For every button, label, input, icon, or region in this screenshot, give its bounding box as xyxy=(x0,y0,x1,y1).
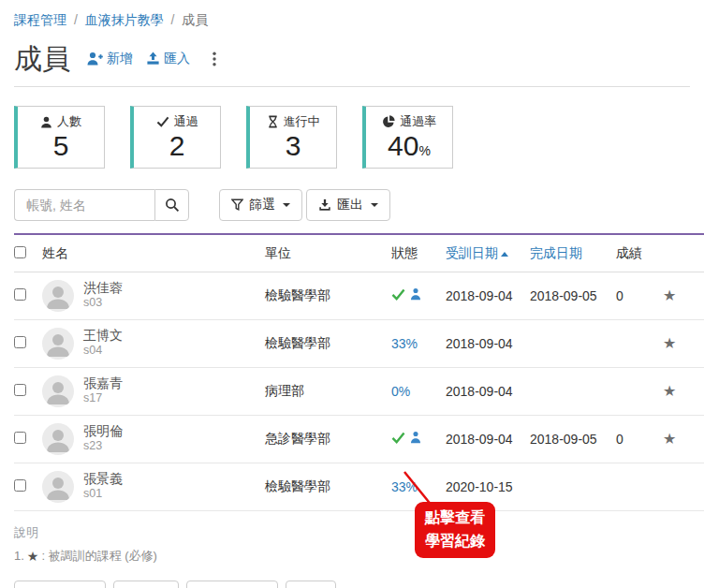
title-divider xyxy=(14,86,690,87)
stats-cards: 人數 5 通過 2 xyxy=(14,106,690,169)
filter-button[interactable]: 篩選 xyxy=(219,189,302,221)
stat-label: 通過 xyxy=(174,113,198,130)
sort-asc-icon xyxy=(501,252,508,257)
member-name: 張明倫 xyxy=(83,423,123,440)
members-table: 姓名 單位 狀態 受訓日期 完成日期 成績 xyxy=(14,233,704,511)
finish-date xyxy=(530,367,616,415)
footer-actions: 變更狀態 通知 列印證書 移除 xyxy=(14,581,690,588)
change-status-button[interactable]: 變更狀態 xyxy=(14,581,106,588)
legend-item: 1. ★ : 被調訓的課程 (必修) xyxy=(14,548,690,565)
member-account: s04 xyxy=(83,344,123,359)
stat-value: 40% xyxy=(375,130,443,163)
finish-date xyxy=(530,319,616,367)
learner-icon xyxy=(409,287,422,301)
filter-icon xyxy=(231,198,243,211)
remove-button[interactable]: 移除 xyxy=(286,581,336,588)
breadcrumb-course-name[interactable]: 血液抹片教學 xyxy=(85,12,164,27)
row-checkbox[interactable] xyxy=(14,288,26,301)
member-name: 張景義 xyxy=(83,471,123,488)
progress-link[interactable]: 33% xyxy=(391,336,418,351)
grade xyxy=(616,463,663,510)
breadcrumb-course-management[interactable]: 課程管理 xyxy=(14,12,66,27)
star-icon[interactable]: ★ xyxy=(663,431,676,447)
import-members-button[interactable]: 匯入 xyxy=(146,51,190,67)
notify-button[interactable]: 通知 xyxy=(113,581,179,588)
member-name: 洪佳蓉 xyxy=(83,280,123,297)
column-header-train-date[interactable]: 受訓日期 xyxy=(446,234,530,272)
status-passed[interactable] xyxy=(391,287,422,301)
member-unit: 病理部 xyxy=(265,367,391,415)
star-icon[interactable]: ★ xyxy=(663,383,676,399)
breadcrumb-separator: / xyxy=(171,12,175,27)
star-icon[interactable]: ★ xyxy=(663,335,676,351)
breadcrumb-current: 成員 xyxy=(182,12,208,27)
avatar xyxy=(42,280,74,312)
table-row: 張嘉青 s17 病理部 0% 2018-09-04 ★ xyxy=(14,367,704,415)
export-label: 匯出 xyxy=(337,197,363,213)
member-unit: 檢驗醫學部 xyxy=(265,319,391,367)
finish-date xyxy=(530,463,616,510)
row-checkbox[interactable] xyxy=(14,384,26,396)
finish-date: 2018-09-05 xyxy=(530,415,616,463)
member-name: 王博文 xyxy=(83,328,123,345)
stat-value: 2 xyxy=(143,130,211,163)
breadcrumb-separator: / xyxy=(74,12,78,27)
user-icon xyxy=(40,116,52,128)
member-unit: 檢驗醫學部 xyxy=(265,272,391,319)
stat-card-in-progress: 進行中 3 xyxy=(246,106,337,169)
page-title: 成員 xyxy=(14,43,70,74)
passed-check-icon xyxy=(391,288,405,301)
check-icon xyxy=(156,116,169,127)
train-date: 2018-09-04 xyxy=(446,415,530,463)
table-row: 張明倫 s23 急診醫學部 xyxy=(14,415,704,463)
finish-date: 2018-09-05 xyxy=(530,272,616,319)
add-member-label: 新增 xyxy=(107,51,133,67)
row-checkbox[interactable] xyxy=(14,336,26,348)
status-passed[interactable] xyxy=(391,431,422,444)
search-button[interactable] xyxy=(154,189,189,221)
column-header-name[interactable]: 姓名 xyxy=(42,234,265,272)
avatar xyxy=(42,471,74,503)
row-checkbox[interactable] xyxy=(14,479,26,492)
table-row: 張景義 s01 檢驗醫學部 33% 2020-10-15 xyxy=(14,463,704,510)
select-all-checkbox[interactable] xyxy=(14,246,26,258)
progress-link[interactable]: 0% xyxy=(391,384,410,399)
progress-link-annotated[interactable]: 33% xyxy=(391,479,418,494)
star-icon: ★ xyxy=(27,549,39,564)
grade xyxy=(616,367,663,415)
members-page: 課程管理 / 血液抹片教學 / 成員 成員 新增 xyxy=(0,0,704,588)
train-date: 2018-09-04 xyxy=(446,272,530,319)
learner-icon xyxy=(409,431,422,444)
column-header-unit[interactable]: 單位 xyxy=(265,234,391,272)
kebab-menu-icon[interactable] xyxy=(207,50,222,68)
filter-label: 篩選 xyxy=(249,197,275,213)
add-member-button[interactable]: 新增 xyxy=(87,51,133,67)
import-members-label: 匯入 xyxy=(164,51,190,67)
member-account: s01 xyxy=(83,487,123,502)
stat-value: 3 xyxy=(259,130,327,163)
avatar xyxy=(42,423,74,455)
grade xyxy=(616,319,663,367)
pie-chart-icon xyxy=(382,115,395,128)
print-certificate-button[interactable]: 列印證書 xyxy=(186,581,278,588)
grade: 0 xyxy=(616,272,663,319)
star-icon[interactable]: ★ xyxy=(663,287,676,303)
passed-check-icon xyxy=(391,432,405,444)
annotation-callout: 點擊查看 學習紀錄 xyxy=(415,502,495,558)
member-account: s03 xyxy=(83,296,123,311)
stat-card-passed: 通過 2 xyxy=(130,106,221,169)
member-account: s23 xyxy=(83,439,123,454)
search-input[interactable] xyxy=(14,189,154,221)
row-checkbox[interactable] xyxy=(14,432,26,444)
chevron-down-icon xyxy=(283,203,290,207)
toolbar: 篩選 匯出 xyxy=(14,189,690,221)
train-date: 2018-09-04 xyxy=(446,367,530,415)
download-icon xyxy=(318,198,331,212)
stat-label: 人數 xyxy=(57,113,81,130)
page-header: 成員 新增 xyxy=(14,43,690,74)
stat-card-pass-rate: 通過率 40% xyxy=(362,106,453,169)
column-header-finish-date[interactable]: 完成日期 xyxy=(530,234,616,272)
avatar xyxy=(42,328,74,360)
export-button[interactable]: 匯出 xyxy=(306,189,390,221)
column-header-status: 狀態 xyxy=(391,234,446,272)
